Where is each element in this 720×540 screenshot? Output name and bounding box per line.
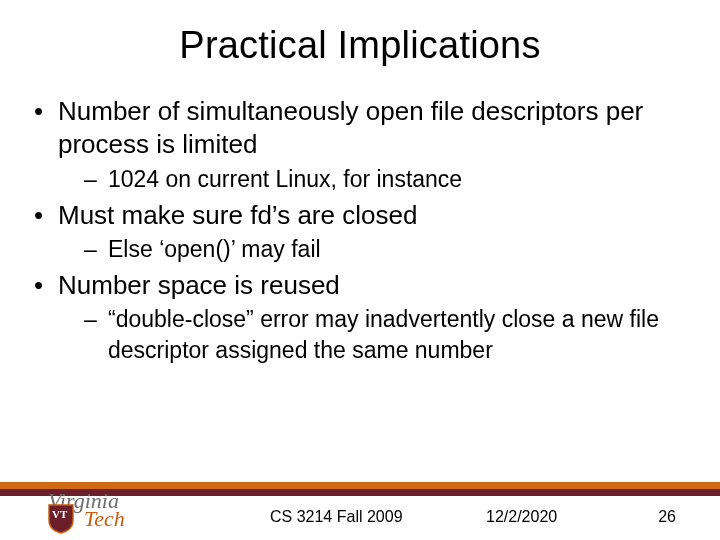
bullet-list: Number of simultaneously open file descr… bbox=[30, 95, 690, 366]
sub-bullet-list: Else ‘open()’ may fail bbox=[58, 234, 690, 265]
bullet-item: Number space is reused “double-close” er… bbox=[30, 269, 690, 366]
sub-bullet-text: “double-close” error may inadvertently c… bbox=[108, 306, 659, 363]
bullet-item: Number of simultaneously open file descr… bbox=[30, 95, 690, 195]
sub-bullet-item: 1024 on current Linux, for instance bbox=[58, 164, 690, 195]
slide-title: Practical Implications bbox=[30, 24, 690, 67]
logo-vt-monogram: VT bbox=[52, 508, 67, 520]
sub-bullet-list: 1024 on current Linux, for instance bbox=[58, 164, 690, 195]
slide: Practical Implications Number of simulta… bbox=[0, 0, 720, 540]
virginia-tech-logo: Virginia VT Tech bbox=[48, 490, 208, 532]
sub-bullet-item: “double-close” error may inadvertently c… bbox=[58, 304, 690, 366]
sub-bullet-text: Else ‘open()’ may fail bbox=[108, 236, 321, 262]
footer-page-number: 26 bbox=[658, 508, 676, 526]
slide-content: Number of simultaneously open file descr… bbox=[30, 95, 690, 366]
bullet-text: Number of simultaneously open file descr… bbox=[58, 96, 643, 159]
sub-bullet-text: 1024 on current Linux, for instance bbox=[108, 166, 462, 192]
bullet-text: Must make sure fd’s are closed bbox=[58, 200, 417, 230]
footer-date: 12/2/2020 bbox=[486, 508, 557, 526]
logo-text-tech: Tech bbox=[84, 508, 208, 530]
footer-course: CS 3214 Fall 2009 bbox=[270, 508, 403, 526]
bullet-text: Number space is reused bbox=[58, 270, 340, 300]
sub-bullet-item: Else ‘open()’ may fail bbox=[58, 234, 690, 265]
sub-bullet-list: “double-close” error may inadvertently c… bbox=[58, 304, 690, 366]
bullet-item: Must make sure fd’s are closed Else ‘ope… bbox=[30, 199, 690, 265]
